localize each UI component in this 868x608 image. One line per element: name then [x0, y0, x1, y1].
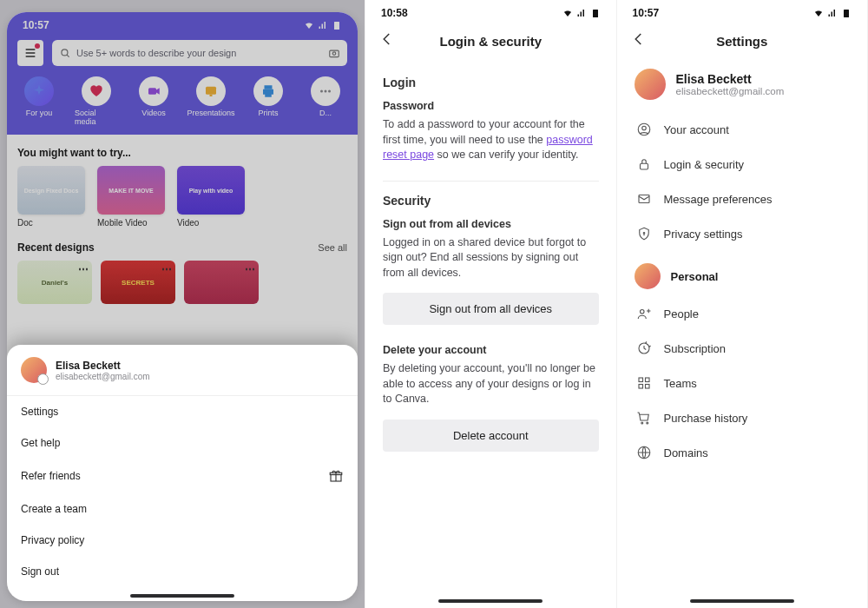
sheet-item-settings[interactable]: Settings — [7, 396, 358, 427]
personal-settings-list: PeopleSubscriptionTeamsPurchase historyD… — [617, 296, 868, 470]
svg-rect-9 — [206, 87, 216, 95]
settings-item-label: Login & security — [664, 158, 745, 171]
status-icons — [562, 8, 601, 18]
sheet-user-header[interactable]: Elisa Beckett elisabeckett@gmail.com — [7, 345, 358, 396]
svg-point-7 — [332, 52, 336, 56]
category-videos[interactable]: Videos — [132, 76, 175, 126]
shield-lock-icon — [636, 226, 652, 241]
wifi-icon — [813, 8, 824, 18]
battery-icon — [332, 20, 342, 30]
phone-2-login-security: 10:58 Login & security Login Password To… — [365, 0, 617, 608]
svg-rect-24 — [639, 195, 649, 203]
settings-item-label: Purchase history — [664, 412, 748, 425]
settings-item-your-account[interactable]: Your account — [617, 112, 868, 147]
sign-out-all-button[interactable]: Sign out from all devices — [383, 293, 599, 325]
svg-rect-0 — [334, 22, 339, 30]
signal-icon — [318, 20, 328, 30]
see-all-link[interactable]: See all — [318, 242, 347, 253]
settings-user-header[interactable]: Elisa Beckett elisabeckett@gmail.com — [617, 60, 868, 112]
hero-area: 10:57 Use 5+ words to describe your desi… — [7, 12, 358, 135]
search-input[interactable]: Use 5+ words to describe your design — [52, 40, 347, 66]
delete-description: By deleting your account, you'll no long… — [383, 361, 599, 407]
settings-item-label: Your account — [664, 123, 729, 136]
status-bar: 10:58 — [365, 0, 616, 23]
category-prints[interactable]: Prints — [247, 76, 290, 126]
print-icon — [253, 76, 283, 106]
svg-point-33 — [646, 422, 648, 424]
avatar — [21, 357, 47, 383]
category-social-media[interactable]: Social media — [75, 76, 118, 126]
settings-item-people[interactable]: People — [617, 296, 868, 331]
settings-item-teams[interactable]: Teams — [617, 366, 868, 400]
recent-row[interactable]: Daniel's⋯SECRETS⋯⋯ — [17, 261, 347, 304]
notification-dot-icon — [35, 43, 40, 49]
sheet-item-label: Create a team — [21, 503, 87, 515]
clock: 10:58 — [381, 7, 408, 19]
page-header: Settings — [617, 23, 868, 60]
svg-line-5 — [67, 55, 69, 57]
settings-item-label: Teams — [664, 377, 697, 390]
settings-item-message-preferences[interactable]: Message preferences — [617, 182, 868, 216]
settings-item-label: Subscription — [664, 342, 727, 355]
password-heading: Password — [383, 100, 599, 112]
settings-item-subscription[interactable]: Subscription — [617, 331, 868, 366]
menu-button[interactable] — [17, 40, 43, 66]
signout-description: Logged in on a shared device but forgot … — [383, 235, 599, 281]
sheet-item-privacy-policy[interactable]: Privacy policy — [7, 525, 358, 556]
template-thumb[interactable]: MAKE IT MOVEMobile Video — [97, 166, 165, 228]
settings-item-login-security[interactable]: Login & security — [617, 147, 868, 182]
might-try-row[interactable]: Design Fixed DocsDocMAKE IT MOVEMobile V… — [17, 166, 347, 228]
clock: 10:57 — [633, 7, 660, 19]
category-label: Prints — [258, 109, 278, 117]
svg-rect-29 — [645, 378, 649, 382]
sheet-item-create-team[interactable]: Create a team — [7, 493, 358, 525]
wifi-icon — [304, 20, 314, 30]
lock-icon — [636, 156, 652, 172]
svg-point-25 — [643, 233, 645, 235]
page-title: Settings — [617, 34, 868, 49]
svg-point-16 — [328, 90, 331, 93]
delete-heading: Delete your account — [383, 344, 599, 356]
thumb-label: Video — [177, 218, 245, 228]
category-label: Presentations — [187, 109, 234, 117]
sheet-item-label: Settings — [21, 406, 58, 418]
delete-account-button[interactable]: Delete account — [383, 420, 599, 452]
category-for-you[interactable]: For you — [17, 76, 61, 126]
settings-item-domains[interactable]: Domains — [617, 435, 868, 470]
category-more[interactable]: D... — [304, 76, 347, 126]
recent-design-thumb[interactable]: Daniel's⋯ — [17, 261, 92, 304]
sheet-user-name: Elisa Beckett — [56, 360, 150, 372]
sheet-item-label: Get help — [21, 437, 60, 449]
camera-icon — [328, 47, 340, 59]
settings-item-label: People — [664, 307, 699, 321]
thumb-label: Mobile Video — [97, 218, 165, 228]
category-row[interactable]: For youSocial mediaVideosPresentationsPr… — [7, 71, 358, 126]
svg-rect-10 — [210, 95, 213, 96]
sheet-item-refer-friends[interactable]: Refer friends — [7, 459, 358, 493]
recent-design-thumb[interactable]: ⋯ — [184, 261, 259, 304]
template-thumb[interactable]: Design Fixed DocsDoc — [17, 166, 85, 228]
home-indicator — [690, 599, 794, 603]
sheet-user-email: elisabeckett@gmail.com — [56, 372, 150, 381]
sheet-item-sign-out[interactable]: Sign out — [7, 556, 358, 587]
more-icon[interactable]: ⋯ — [78, 263, 89, 275]
signal-icon — [827, 8, 838, 18]
status-icons — [304, 20, 342, 30]
recent-design-thumb[interactable]: SECRETS⋯ — [101, 261, 175, 304]
svg-rect-28 — [639, 378, 643, 382]
category-label: For you — [26, 109, 53, 117]
sheet-item-get-help[interactable]: Get help — [7, 427, 358, 459]
account-bottom-sheet: Elisa Beckett elisabeckett@gmail.com Set… — [7, 345, 358, 601]
more-icon[interactable]: ⋯ — [161, 263, 172, 275]
settings-item-purchase-history[interactable]: Purchase history — [617, 400, 868, 435]
settings-item-privacy-settings[interactable]: Privacy settings — [617, 216, 868, 251]
category-presentations[interactable]: Presentations — [189, 76, 233, 126]
sheet-item-label: Refer friends — [21, 470, 81, 482]
more-icon[interactable]: ⋯ — [245, 263, 255, 275]
clock: 10:57 — [23, 19, 49, 31]
template-thumb[interactable]: Play with videoVideo — [177, 166, 245, 228]
present-icon — [196, 76, 226, 106]
svg-point-26 — [640, 310, 644, 314]
svg-point-32 — [641, 422, 642, 424]
svg-point-4 — [62, 50, 68, 56]
